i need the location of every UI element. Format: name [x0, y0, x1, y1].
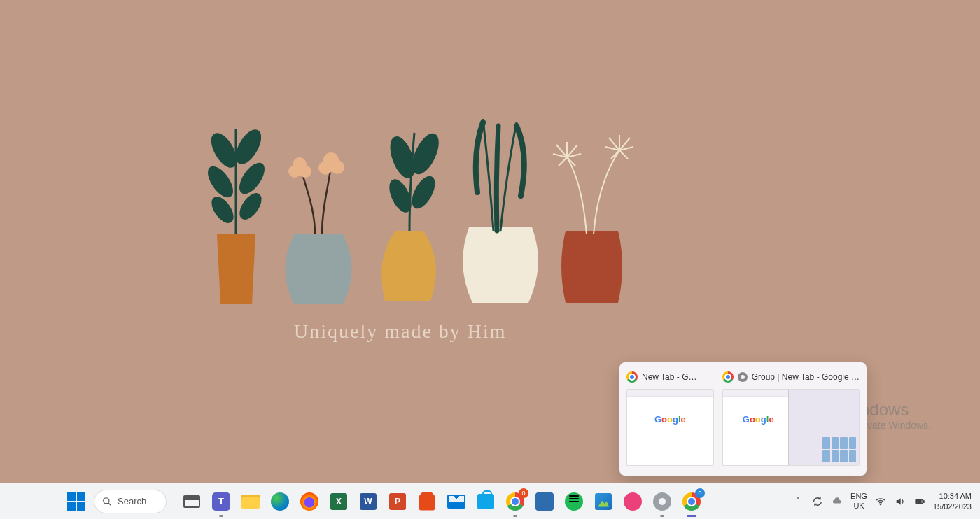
photos-icon [595, 493, 612, 510]
volume-icon[interactable] [894, 495, 906, 508]
wallpaper-illustration [189, 108, 658, 321]
taskbar: Search X W P 0 0 [0, 483, 980, 519]
spotify-icon [565, 492, 583, 511]
search-box[interactable]: Search [94, 490, 167, 513]
taskbar-preview-popup: New Tab - G… Google Group | New Tab - Go… [620, 362, 867, 476]
taskbar-apps: X W P 0 0 [181, 490, 703, 513]
svg-point-3 [236, 160, 268, 197]
wallpaper-caption: Uniquely made by Him [294, 320, 507, 343]
word-icon: W [360, 493, 377, 510]
desktop[interactable]: Uniquely made by Him Activate Windows Go… [0, 0, 980, 483]
app-blue-button[interactable] [533, 490, 556, 513]
battery-icon[interactable] [913, 495, 926, 508]
svg-rect-35 [916, 500, 921, 502]
windows-icon [67, 492, 85, 511]
svg-point-8 [299, 165, 312, 178]
gear-icon [738, 372, 748, 382]
svg-point-10 [318, 161, 332, 175]
gear-icon [653, 492, 671, 511]
preview-title: Group | New Tab - Google … [752, 372, 860, 382]
svg-point-15 [409, 174, 438, 211]
powerpoint-button[interactable]: P [386, 490, 409, 513]
svg-line-31 [108, 502, 111, 505]
task-view-icon [183, 495, 200, 508]
settings-button[interactable] [651, 490, 673, 513]
folder-icon [241, 495, 260, 509]
photos-button[interactable] [592, 490, 615, 513]
firefox-button[interactable] [298, 490, 321, 513]
preview-thumbnail[interactable]: Google [722, 389, 860, 466]
google-logo: Google [654, 414, 686, 425]
mail-icon [447, 495, 465, 509]
firefox-icon [300, 492, 318, 511]
language-bottom: UK [850, 502, 867, 511]
svg-point-1 [232, 127, 265, 166]
svg-point-32 [880, 504, 881, 504]
chrome-button-2[interactable]: 0 [680, 490, 703, 513]
excel-icon: X [330, 493, 347, 510]
teams-icon [212, 492, 230, 511]
word-button[interactable]: W [357, 490, 379, 513]
sync-icon[interactable] [811, 495, 824, 508]
onedrive-icon[interactable] [831, 495, 844, 508]
svg-line-21 [559, 157, 567, 166]
date-text: 15/02/2023 [933, 502, 972, 511]
office-icon [419, 492, 435, 511]
svg-point-11 [330, 160, 344, 174]
store-button[interactable] [475, 490, 497, 513]
svg-point-2 [204, 164, 237, 200]
pink-app-button[interactable] [622, 490, 644, 513]
powerpoint-icon: P [389, 493, 406, 510]
task-view-button[interactable] [181, 490, 203, 513]
clock[interactable]: 10:34 AM 15/02/2023 [933, 491, 972, 511]
language-indicator[interactable]: ENG UK [850, 492, 867, 510]
generic-app-icon [536, 492, 554, 511]
chrome-icon [626, 371, 638, 383]
office-button[interactable] [416, 490, 438, 513]
edge-icon [271, 492, 289, 511]
svg-point-5 [237, 191, 264, 222]
pink-app-icon [624, 492, 642, 511]
preview-window-2[interactable]: Group | New Tab - Google … Google [722, 369, 860, 466]
teams-button[interactable] [210, 490, 232, 513]
google-logo: Google [743, 414, 774, 425]
language-top: ENG [850, 492, 867, 501]
preview-header: Group | New Tab - Google … [722, 369, 860, 385]
badge-icon: 0 [519, 488, 528, 498]
svg-point-4 [209, 194, 236, 225]
chrome-button[interactable]: 0 [504, 490, 526, 513]
time-text: 10:34 AM [933, 491, 972, 501]
svg-point-30 [104, 497, 109, 503]
preview-window-1[interactable]: New Tab - G… Google [626, 369, 714, 466]
file-explorer-button[interactable] [239, 490, 262, 513]
preview-title: New Tab - G… [642, 372, 696, 382]
start-button[interactable] [63, 488, 90, 515]
search-placeholder: Search [118, 496, 146, 506]
excel-button[interactable]: X [328, 490, 350, 513]
svg-line-29 [620, 150, 628, 159]
svg-rect-34 [923, 500, 924, 502]
tray-overflow-button[interactable]: ˄ [792, 495, 804, 508]
search-icon [102, 497, 112, 506]
badge-icon: 0 [695, 488, 705, 498]
wifi-icon[interactable] [874, 495, 887, 508]
preview-thumbnail[interactable]: Google [626, 389, 714, 466]
store-icon [477, 494, 494, 509]
preview-header: New Tab - G… [626, 369, 714, 385]
chrome-icon [722, 371, 734, 383]
mail-button[interactable] [445, 490, 468, 513]
spotify-button[interactable] [563, 490, 585, 513]
edge-button[interactable] [269, 490, 291, 513]
system-tray: ˄ ENG UK 10:34 AM 15/02/2023 [792, 491, 972, 511]
